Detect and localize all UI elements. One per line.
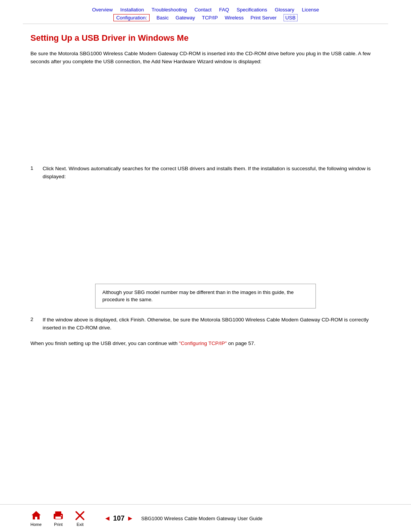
page-number: 107 <box>113 514 124 522</box>
print-button[interactable]: Print <box>52 511 64 527</box>
nav-wireless[interactable]: Wireless <box>225 15 244 21</box>
svg-rect-3 <box>55 516 61 519</box>
nav-glossary[interactable]: Glossary <box>275 7 294 13</box>
svg-point-5 <box>61 515 62 516</box>
nav-gateway[interactable]: Gateway <box>175 15 195 21</box>
footer-text-after: on page 57. <box>227 340 255 346</box>
svg-rect-2 <box>55 511 61 514</box>
nav-basic[interactable]: Basic <box>156 15 169 21</box>
nav-tcpip[interactable]: TCP/IP <box>202 15 218 21</box>
home-icon <box>31 510 41 521</box>
nav-configuration[interactable]: Configuration: <box>113 14 150 21</box>
nav-usb[interactable]: USB <box>284 14 298 21</box>
print-label: Print <box>54 522 63 527</box>
nav-installation[interactable]: Installation <box>120 7 144 13</box>
wizard-screenshot-1 <box>30 73 381 157</box>
nav-printserver[interactable]: Print Server <box>250 15 277 21</box>
nav-faq[interactable]: FAQ <box>219 7 229 13</box>
svg-marker-0 <box>32 511 41 519</box>
home-label: Home <box>30 522 41 527</box>
top-navigation: Overview Installation Troubleshooting Co… <box>0 0 411 24</box>
intro-paragraph: Be sure the Motorola SBG1000 Wireless Ca… <box>30 50 381 66</box>
step-1: 1 Click Next. Windows automatically sear… <box>30 165 381 181</box>
nav-contact[interactable]: Contact <box>194 7 212 13</box>
main-content: Setting Up a USB Driver in Windows Me Be… <box>0 24 411 504</box>
note-box: Although your SBG model number may be di… <box>95 284 316 308</box>
guide-title: SBG1000 Wireless Cable Modem Gateway Use… <box>141 516 263 521</box>
footer-text-before: When you finish setting up the USB drive… <box>30 340 179 346</box>
print-icon <box>52 511 64 521</box>
bottom-bar: Home Print Exit <box>0 504 411 532</box>
nav-specifications[interactable]: Specifications <box>237 7 267 13</box>
home-button[interactable]: Home <box>30 510 41 527</box>
next-page-arrow[interactable]: ► <box>127 514 134 522</box>
configuring-tcpip-link[interactable]: "Configuring TCP/IP" <box>179 340 227 346</box>
wizard-screenshot-2 <box>43 189 393 276</box>
nav-row2: Configuration: Basic Gateway TCP/IP Wire… <box>30 14 381 21</box>
step-1-text: Click Next. Windows automatically search… <box>43 165 381 181</box>
page-navigation: ◄ 107 ► <box>104 514 134 522</box>
bottom-icons: Home Print Exit <box>30 510 85 527</box>
footer-paragraph: When you finish setting up the USB drive… <box>30 340 381 348</box>
nav-license[interactable]: License <box>302 7 319 13</box>
exit-button[interactable]: Exit <box>75 511 85 527</box>
nav-troubleshooting[interactable]: Troubleshooting <box>151 7 187 13</box>
exit-label: Exit <box>76 522 83 527</box>
nav-overview[interactable]: Overview <box>92 7 113 13</box>
step-2: 2 If the window above is displayed, clic… <box>30 316 381 332</box>
page-title: Setting Up a USB Driver in Windows Me <box>30 33 381 43</box>
step-2-number: 2 <box>30 316 37 332</box>
step-1-number: 1 <box>30 165 37 181</box>
nav-row1: Overview Installation Troubleshooting Co… <box>30 7 381 13</box>
prev-page-arrow[interactable]: ◄ <box>104 514 111 522</box>
step-2-text: If the window above is displayed, click … <box>43 316 381 332</box>
exit-icon <box>75 511 85 521</box>
